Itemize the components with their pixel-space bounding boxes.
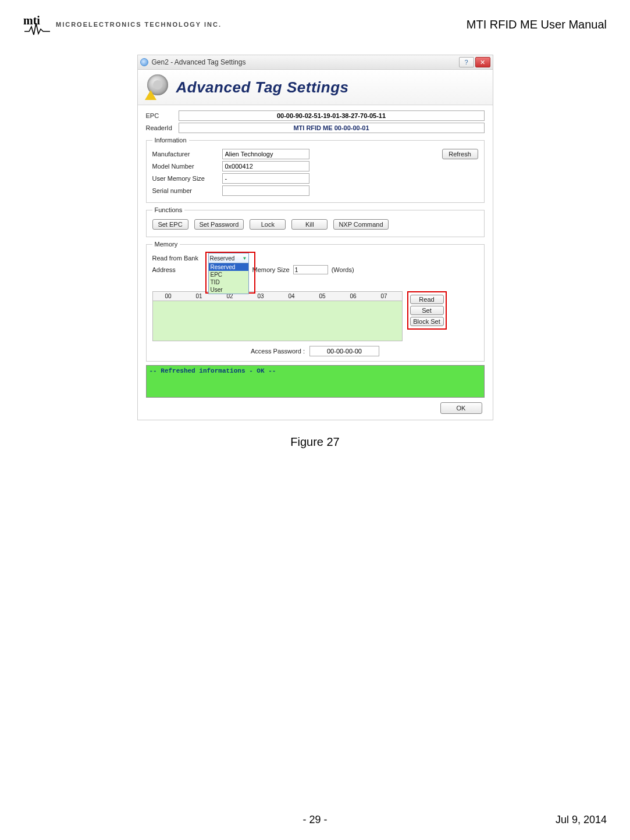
company-logo-block: mti MICROELECTRONICS TECHNOLOGY INC. bbox=[23, 12, 222, 37]
window-close-button[interactable]: ✕ bbox=[475, 57, 490, 67]
bank-option-tid[interactable]: TID bbox=[209, 278, 248, 286]
lock-button[interactable]: Lock bbox=[250, 219, 286, 230]
access-password-input[interactable] bbox=[309, 346, 379, 356]
page-number: - 29 - bbox=[0, 814, 630, 826]
serial-number-label: Serial number bbox=[152, 187, 222, 194]
manufacturer-label: Manufacturer bbox=[152, 151, 222, 158]
block-set-button[interactable]: Block Set bbox=[410, 317, 444, 326]
access-password-label: Access Password : bbox=[251, 348, 305, 355]
set-epc-button[interactable]: Set EPC bbox=[152, 219, 188, 230]
bank-option-epc[interactable]: EPC bbox=[209, 271, 248, 278]
banner-title: Advanced Tag Settings bbox=[176, 78, 349, 96]
memory-legend: Memory bbox=[152, 241, 180, 248]
memory-hex-table: 00 01 02 03 04 05 06 07 bbox=[152, 291, 403, 341]
screenshot-dialog: Gen2 - Advanced Tag Settings ? ✕ Advance… bbox=[137, 55, 493, 420]
set-password-button[interactable]: Set Password bbox=[194, 219, 244, 230]
memory-group: Memory Read from Bank Reserved ▼ Reserve… bbox=[146, 241, 485, 362]
hex-col-03: 03 bbox=[245, 292, 276, 301]
bank-dropdown-wrap: Reserved ▼ Reserved EPC TID User bbox=[208, 253, 249, 263]
address-label: Address bbox=[152, 266, 208, 273]
ok-button[interactable]: OK bbox=[440, 402, 482, 414]
memory-size-input[interactable] bbox=[293, 265, 328, 274]
bank-dropdown-selected: Reserved bbox=[210, 255, 235, 262]
readerid-input[interactable] bbox=[179, 123, 485, 133]
kill-button[interactable]: Kill bbox=[291, 219, 328, 230]
functions-legend: Functions bbox=[152, 206, 185, 213]
serial-number-input[interactable] bbox=[222, 185, 309, 196]
refresh-button[interactable]: Refresh bbox=[442, 149, 478, 159]
company-name: MICROELECTRONICS TECHNOLOGY INC. bbox=[56, 21, 222, 28]
figure-caption: Figure 27 bbox=[0, 435, 630, 449]
readerid-label: ReaderId bbox=[146, 124, 179, 131]
memory-hex-body[interactable] bbox=[153, 301, 402, 341]
svg-text:mti: mti bbox=[23, 14, 40, 27]
company-logo-mark: mti bbox=[23, 12, 51, 37]
set-button[interactable]: Set bbox=[410, 306, 444, 315]
dialog-banner: Advanced Tag Settings bbox=[138, 70, 493, 105]
nxp-command-button[interactable]: NXP Command bbox=[333, 219, 388, 230]
window-help-button[interactable]: ? bbox=[459, 57, 474, 67]
epc-input[interactable] bbox=[179, 110, 485, 121]
hex-col-00: 00 bbox=[153, 292, 184, 301]
hex-col-07: 07 bbox=[369, 292, 400, 301]
hex-col-06: 06 bbox=[338, 292, 369, 301]
highlight-box-buttons: Read Set Block Set bbox=[407, 291, 447, 330]
banner-gear-icon bbox=[145, 74, 170, 100]
hex-col-04: 04 bbox=[276, 292, 307, 301]
functions-group: Functions Set EPC Set Password Lock Kill… bbox=[146, 206, 485, 237]
model-number-label: Model Number bbox=[152, 163, 222, 170]
epc-label: EPC bbox=[146, 112, 179, 119]
document-title: MTI RFID ME User Manual bbox=[467, 18, 607, 31]
hex-col-05: 05 bbox=[307, 292, 338, 301]
bank-dropdown[interactable]: Reserved ▼ bbox=[208, 253, 249, 263]
model-number-input[interactable] bbox=[222, 161, 309, 171]
bank-dropdown-list[interactable]: Reserved EPC TID User bbox=[208, 263, 249, 294]
chevron-down-icon: ▼ bbox=[243, 256, 247, 261]
manufacturer-input[interactable] bbox=[222, 149, 309, 159]
words-label: (Words) bbox=[332, 266, 354, 273]
bank-option-user[interactable]: User bbox=[209, 286, 248, 294]
window-titlebar: Gen2 - Advanced Tag Settings ? ✕ bbox=[138, 55, 493, 70]
user-memory-size-label: User Memory Size bbox=[152, 175, 222, 182]
window-title: Gen2 - Advanced Tag Settings bbox=[152, 58, 458, 66]
memory-size-label: Memory Size bbox=[252, 266, 290, 273]
status-output: -- Refreshed informations - OK -- bbox=[146, 365, 485, 398]
information-legend: Information bbox=[152, 137, 189, 144]
read-button[interactable]: Read bbox=[410, 295, 444, 304]
user-memory-size-input[interactable] bbox=[222, 173, 309, 184]
information-group: Information Manufacturer Refresh Model N… bbox=[146, 137, 485, 203]
window-icon bbox=[140, 58, 148, 66]
bank-option-reserved[interactable]: Reserved bbox=[209, 263, 248, 271]
read-from-bank-label: Read from Bank bbox=[152, 255, 208, 262]
